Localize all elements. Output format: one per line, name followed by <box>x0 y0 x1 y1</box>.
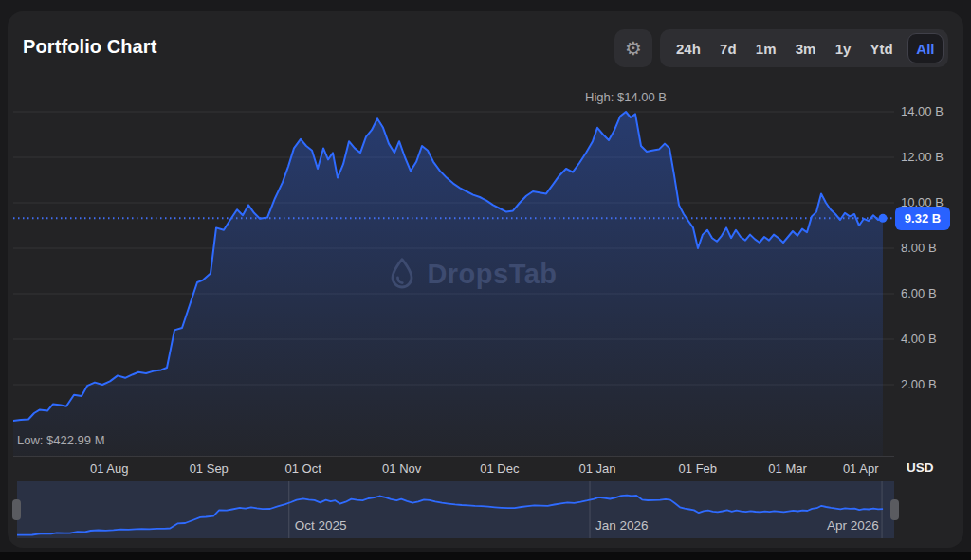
x-axis-label: 01 Nov <box>382 461 421 476</box>
bottom-scrollbar-track <box>0 552 971 560</box>
y-axis-label: 4.00 B <box>901 332 960 346</box>
current-price-badge: 9.32 B <box>895 207 950 230</box>
y-axis-label: 6.00 B <box>901 286 960 300</box>
area-fill <box>13 112 883 456</box>
x-axis-label: 01 Sep <box>190 461 229 476</box>
portfolio-chart-card: Portfolio Chart ⚙ 24h7d1m3m1yYtdAll 14.0… <box>8 11 963 548</box>
navigator-label: Jan 2026 <box>595 518 649 533</box>
gear-icon: ⚙ <box>625 39 642 58</box>
navigator-handle-right[interactable] <box>890 499 899 520</box>
settings-button[interactable]: ⚙ <box>614 29 652 67</box>
x-axis-label: 01 Aug <box>90 461 129 476</box>
range-button-24h[interactable]: 24h <box>671 33 705 63</box>
last-price-dot <box>879 214 888 223</box>
y-axis-label: 8.00 B <box>901 241 960 255</box>
range-button-ytd[interactable]: Ytd <box>866 33 898 63</box>
range-button-3m[interactable]: 3m <box>791 33 821 63</box>
range-button-1y[interactable]: 1y <box>831 33 856 63</box>
page-title: Portfolio Chart <box>23 36 157 58</box>
y-axis-label: 2.00 B <box>901 377 960 391</box>
range-button-7d[interactable]: 7d <box>715 33 742 63</box>
x-axis-label: 01 Mar <box>768 461 806 476</box>
high-annotation: High: $14.00 B <box>585 90 667 104</box>
navigator-label: Apr 2026 <box>827 518 879 533</box>
navigator-handle-left[interactable] <box>12 499 21 520</box>
range-selector: 24h7d1m3m1yYtdAll <box>660 29 948 67</box>
axis-separator <box>13 456 894 457</box>
x-axis-label: 01 Apr <box>843 461 879 476</box>
currency-label: USD <box>907 461 934 475</box>
y-axis-label: 14.00 B <box>901 104 960 118</box>
x-axis-label: 01 Oct <box>284 461 321 476</box>
range-button-1m[interactable]: 1m <box>751 33 781 63</box>
navigator-label: Oct 2025 <box>295 518 347 533</box>
range-button-all[interactable]: All <box>907 33 944 63</box>
low-annotation: Low: $422.99 M <box>17 433 105 447</box>
main-chart[interactable] <box>13 95 894 456</box>
x-axis-label: 01 Jan <box>578 461 615 476</box>
navigator[interactable] <box>17 481 894 538</box>
x-axis-label: 01 Dec <box>480 461 519 476</box>
y-axis-label: 12.00 B <box>901 150 960 164</box>
x-axis-label: 01 Feb <box>679 461 717 476</box>
